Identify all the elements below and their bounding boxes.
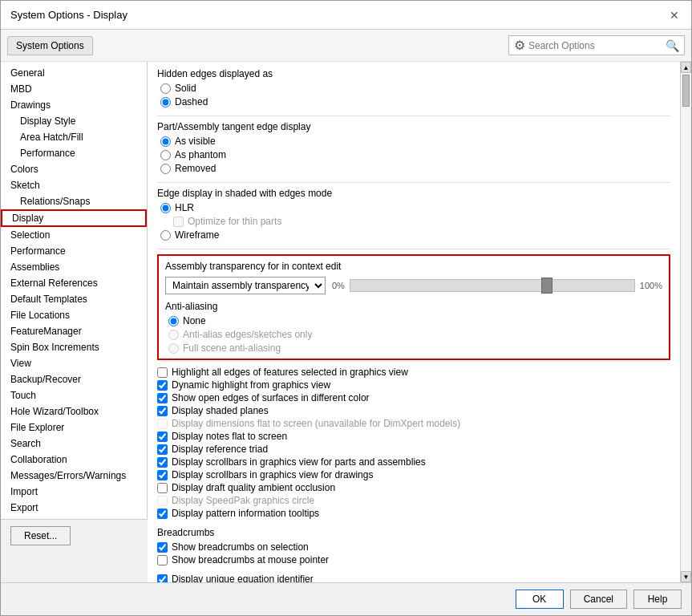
search-input[interactable]	[528, 40, 666, 51]
assembly-row: Maintain assembly transparency Force ass…	[165, 277, 662, 294]
sidebar-item-area-hatch[interactable]: Area Hatch/Fill	[1, 129, 147, 145]
ok-button[interactable]: OK	[516, 590, 564, 609]
bottom-buttons: OK Cancel Help	[1, 582, 691, 615]
cb-highlight-edges[interactable]: Highlight all edges of features selected…	[157, 367, 670, 378]
anti-aliasing-radio-group: None Anti-alias edges/sketches only Full…	[168, 315, 662, 354]
main-scrollbar[interactable]: ▲ ▼	[680, 62, 691, 582]
cb-equation-id[interactable]: Display unique equation identifier	[157, 573, 670, 582]
hidden-edges-solid-radio[interactable]	[160, 83, 171, 94]
sidebar-item-drawings[interactable]: Drawings	[1, 97, 147, 113]
content-area: General MBD Drawings Display Style Area …	[1, 62, 691, 582]
sidebar-item-general[interactable]: General	[1, 65, 147, 81]
sidebar-item-view[interactable]: View	[1, 355, 147, 371]
cb-speedpak-input	[157, 496, 168, 506]
cb-pattern-tooltips-input[interactable]	[157, 509, 168, 519]
sidebar-item-performance-drawings[interactable]: Performance	[1, 145, 147, 161]
sidebar: General MBD Drawings Display Style Area …	[1, 62, 148, 519]
sidebar-item-display-style[interactable]: Display Style	[1, 113, 147, 129]
cancel-button[interactable]: Cancel	[570, 590, 627, 609]
hidden-edges-section: Hidden edges displayed as Solid Dashed	[157, 68, 670, 107]
cb-draft-ambient-input[interactable]	[157, 483, 168, 493]
sidebar-item-external-references[interactable]: External References	[1, 275, 147, 291]
edge-hlr-radio[interactable]	[160, 203, 171, 213]
cb-pattern-tooltips[interactable]: Display pattern information tooltips	[157, 508, 670, 519]
cb-equation-id-input[interactable]	[157, 574, 168, 583]
transparency-slider[interactable]	[350, 279, 635, 292]
cb-draft-ambient[interactable]: Display draft quality ambient occlusion	[157, 482, 670, 493]
cb-breadcrumbs-mouse-input[interactable]	[157, 555, 168, 565]
scroll-thumb[interactable]	[682, 75, 690, 107]
help-button[interactable]: Help	[633, 590, 682, 609]
scroll-up-button[interactable]: ▲	[681, 62, 691, 73]
cb-shaded-planes[interactable]: Display shaded planes	[157, 405, 670, 416]
tangent-as-visible[interactable]: As visible	[160, 136, 670, 147]
edge-wireframe[interactable]: Wireframe	[160, 229, 670, 241]
anti-alias-none-radio[interactable]	[168, 316, 179, 326]
cb-breadcrumbs-selection-input[interactable]	[157, 542, 168, 553]
system-options-tab[interactable]: System Options	[7, 36, 93, 55]
close-button[interactable]: ✕	[667, 8, 682, 22]
reset-button[interactable]: Reset...	[10, 526, 71, 545]
cb-highlight-edges-input[interactable]	[157, 367, 168, 378]
cb-breadcrumbs-selection[interactable]: Show breadcrumbs on selection	[157, 541, 670, 553]
edge-wireframe-radio[interactable]	[160, 230, 171, 241]
cb-ref-triad[interactable]: Display reference triad	[157, 444, 670, 455]
sidebar-item-search[interactable]: Search	[1, 436, 147, 452]
slider-max-label: 100%	[640, 281, 662, 290]
cb-notes-flat[interactable]: Display notes flat to screen	[157, 431, 670, 442]
sidebar-item-default-templates[interactable]: Default Templates	[1, 291, 147, 307]
cb-dynamic-highlight-input[interactable]	[157, 380, 168, 391]
cb-breadcrumbs-mouse[interactable]: Show breadcrumbs at mouse pointer	[157, 554, 670, 565]
cb-notes-flat-input[interactable]	[157, 432, 168, 442]
search-container: ⚙ 🔍	[508, 35, 685, 55]
sidebar-item-spin-box[interactable]: Spin Box Increments	[1, 339, 147, 355]
sidebar-item-export[interactable]: Export	[1, 500, 147, 516]
sidebar-item-touch[interactable]: Touch	[1, 387, 147, 403]
cb-ref-triad-input[interactable]	[157, 444, 168, 455]
anti-alias-none[interactable]: None	[168, 315, 662, 326]
tangent-as-phantom[interactable]: As phantom	[160, 149, 670, 160]
tangent-removed[interactable]: Removed	[160, 163, 670, 174]
sidebar-item-hole-wizard[interactable]: Hole Wizard/Toolbox	[1, 403, 147, 419]
scroll-down-button[interactable]: ▼	[681, 571, 691, 582]
cb-scrollbars-drawings-input[interactable]	[157, 470, 168, 480]
cb-scrollbars-parts-input[interactable]	[157, 457, 168, 468]
cb-dim-flat: Display dimensions flat to screen (unava…	[157, 418, 670, 429]
sidebar-item-file-locations[interactable]: File Locations	[1, 307, 147, 323]
edge-hlr[interactable]: HLR	[160, 202, 670, 213]
hidden-edges-dashed[interactable]: Dashed	[160, 96, 670, 107]
sidebar-item-display[interactable]: Display	[1, 209, 147, 227]
sidebar-item-performance[interactable]: Performance	[1, 243, 147, 259]
sidebar-item-assemblies[interactable]: Assemblies	[1, 259, 147, 275]
sidebar-item-collaboration[interactable]: Collaboration	[1, 452, 147, 468]
sidebar-item-feature-manager[interactable]: FeatureManager	[1, 323, 147, 339]
sidebar-item-colors[interactable]: Colors	[1, 161, 147, 177]
gear-icon: ⚙	[514, 38, 525, 53]
toolbar: System Options ⚙ 🔍	[1, 30, 691, 62]
main-panel: Hidden edges displayed as Solid Dashed P…	[148, 62, 680, 582]
hidden-edges-solid[interactable]: Solid	[160, 83, 670, 94]
cb-scrollbars-drawings[interactable]: Display scrollbars in graphics view for …	[157, 469, 670, 480]
slider-min-label: 0%	[332, 281, 345, 290]
sidebar-item-selection[interactable]: Selection	[1, 227, 147, 243]
search-icon: 🔍	[666, 39, 679, 52]
tangent-as-visible-radio[interactable]	[160, 136, 171, 147]
cb-open-edges-input[interactable]	[157, 393, 168, 403]
sidebar-item-sketch[interactable]: Sketch	[1, 177, 147, 193]
cb-scrollbars-parts[interactable]: Display scrollbars in graphics view for …	[157, 456, 670, 468]
assembly-dropdown[interactable]: Maintain assembly transparency Force ass…	[165, 277, 326, 294]
edge-display-section: Edge display in shaded with edges mode H…	[157, 188, 670, 241]
tangent-removed-radio[interactable]	[160, 164, 171, 174]
sidebar-item-messages[interactable]: Messages/Errors/Warnings	[1, 468, 147, 484]
sidebar-item-backup-recover[interactable]: Backup/Recover	[1, 371, 147, 387]
tangent-as-phantom-radio[interactable]	[160, 150, 171, 160]
sidebar-item-file-explorer[interactable]: File Explorer	[1, 419, 147, 436]
sidebar-item-relations-snaps[interactable]: Relations/Snaps	[1, 193, 147, 209]
cb-shaded-planes-input[interactable]	[157, 406, 168, 416]
cb-dynamic-highlight[interactable]: Dynamic highlight from graphics view	[157, 379, 670, 391]
hidden-edges-dashed-radio[interactable]	[160, 97, 171, 107]
sidebar-item-import[interactable]: Import	[1, 484, 147, 500]
sidebar-item-mbd[interactable]: MBD	[1, 81, 147, 97]
cb-open-edges[interactable]: Show open edges of surfaces in different…	[157, 392, 670, 403]
checkboxes-section: Highlight all edges of features selected…	[157, 367, 670, 519]
